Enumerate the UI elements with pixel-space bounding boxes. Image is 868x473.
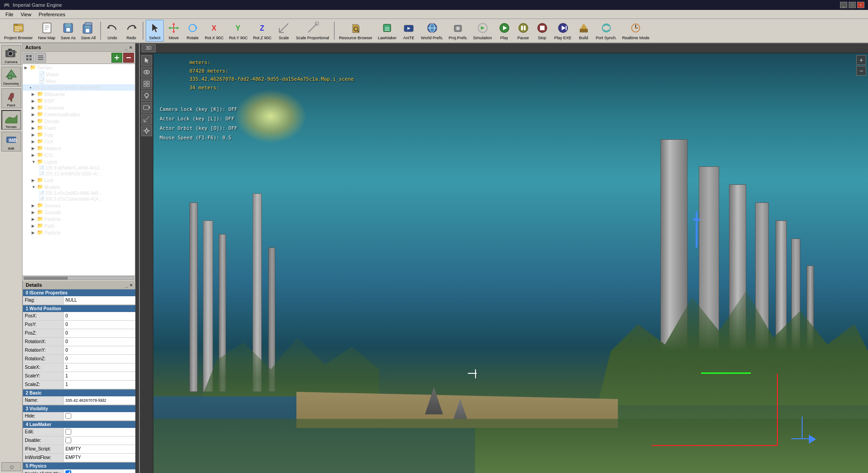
value-posx[interactable]: 0 xyxy=(64,312,135,320)
vp-btn-cursor[interactable] xyxy=(141,55,152,66)
stop-button[interactable]: Stop xyxy=(533,20,551,41)
actors-minimize[interactable]: _ xyxy=(125,45,127,50)
tree-fog[interactable]: ▶ 📁 Fog xyxy=(32,131,135,138)
paint-tool[interactable]: Paint xyxy=(1,88,21,108)
section-visibility-header[interactable]: 3 Visibility xyxy=(23,405,135,412)
value-scaley[interactable]: 1 xyxy=(64,372,135,380)
terrain-tool[interactable]: Terrain xyxy=(1,110,21,130)
tree-water[interactable]: 📄 Water xyxy=(23,71,135,78)
vp-ctrl-zoom-in[interactable]: + xyxy=(856,55,866,65)
tree-bilboards[interactable]: ▶ 📁 Bilboards xyxy=(32,91,135,97)
rotate-button[interactable]: Rotate xyxy=(184,20,202,41)
vp-btn-eye[interactable] xyxy=(141,67,152,78)
rot-y-button[interactable]: Y Rot.Y 90C xyxy=(227,20,250,41)
actors-add-btn[interactable] xyxy=(111,53,122,63)
actors-view-btn2[interactable] xyxy=(35,53,46,63)
rot-z-button[interactable]: Z Rot.Z 90C xyxy=(251,20,274,41)
vp-mode-btn[interactable]: 3D xyxy=(142,44,156,52)
rot-x-button[interactable]: X Rot.X 90C xyxy=(203,20,226,41)
viewport[interactable]: meters: 07428 meters: 335.42.46267078-fd… xyxy=(153,53,868,473)
play-exe-button[interactable]: Play EXE xyxy=(552,20,574,41)
section-lawmaker-header[interactable]: 4 LawMaker xyxy=(23,421,135,428)
tree-lights[interactable]: ▼ 📁 Lights xyxy=(32,158,135,165)
vp-btn-scale[interactable] xyxy=(141,114,152,124)
value-icgphy[interactable] xyxy=(64,469,135,473)
value-name[interactable]: 335.42.46267078-fdd2 xyxy=(64,396,135,404)
tree-particle[interactable]: ▶ 📁 Particle xyxy=(32,216,135,222)
tree-link[interactable]: ▶ 📁 Link xyxy=(32,177,135,184)
anite-button[interactable]: AniTE xyxy=(400,20,418,41)
tree-icg[interactable]: ▶ 📁 ICG xyxy=(32,152,135,158)
tree-sounds[interactable]: ▶ 📁 Sounds xyxy=(32,209,135,216)
vp-btn-light[interactable] xyxy=(141,90,152,101)
disable-checkbox[interactable] xyxy=(65,437,71,443)
value-rotz[interactable]: 0 xyxy=(64,355,135,363)
pause-button[interactable]: Pause xyxy=(514,20,532,41)
value-roty[interactable]: 0 xyxy=(64,346,135,354)
move-button[interactable]: Move xyxy=(165,20,183,41)
redo-button[interactable]: Redo xyxy=(122,20,140,41)
tree-light1[interactable]: 📄 335.9.a65dbef1-a848-4b12-... xyxy=(39,165,135,171)
menu-file[interactable]: File xyxy=(2,11,17,18)
hide-checkbox[interactable] xyxy=(65,413,71,419)
undo-button[interactable]: Undo xyxy=(103,20,121,41)
actors-tree[interactable]: ▶ 📁 Terrain 📄 Water 📄 Misc ▪ 3 xyxy=(23,64,135,276)
proj-prefs-button[interactable]: Proj.Prefs. xyxy=(446,20,470,41)
vp-ctrl-zoom-out[interactable]: − xyxy=(856,66,866,76)
close-button[interactable]: × xyxy=(857,2,864,8)
tree-particle2[interactable]: ▶ 📁 Particle xyxy=(32,229,135,236)
icgphy-checkbox[interactable] xyxy=(65,470,71,473)
camera-tool[interactable]: Camera xyxy=(1,45,21,65)
vp-btn-grid[interactable] xyxy=(141,78,152,89)
vp-btn-camera[interactable] xyxy=(141,102,152,113)
section-world-pos-header[interactable]: 1 World Position xyxy=(23,305,135,312)
geometry-tool[interactable]: Geometry xyxy=(1,67,21,87)
value-posy[interactable]: 0 xyxy=(64,321,135,329)
tree-decals[interactable]: ▶ 📁 Decals xyxy=(32,118,135,124)
section-scene-props-header[interactable]: 0 IScene Properties xyxy=(23,289,135,296)
value-hide[interactable] xyxy=(64,412,135,420)
maximize-button[interactable]: □ xyxy=(849,2,856,8)
value-scalex[interactable]: 1 xyxy=(64,363,135,372)
value-rotx[interactable]: 0 xyxy=(64,338,135,346)
menu-view[interactable]: View xyxy=(17,11,35,18)
menu-preferences[interactable]: Preferences xyxy=(35,11,69,18)
save-as-button[interactable]: Save As xyxy=(59,20,78,41)
world-prefs-button[interactable]: World Prefs. xyxy=(419,20,445,41)
extra-tool[interactable]: ⊙ xyxy=(1,462,21,471)
actors-view-btn1[interactable] xyxy=(23,53,34,63)
value-disable[interactable] xyxy=(64,436,135,445)
vp-btn-settings[interactable] xyxy=(141,125,152,136)
details-close[interactable]: × xyxy=(130,282,133,288)
scale-button[interactable]: Scale xyxy=(275,20,293,41)
tree-path[interactable]: ▶ 📁 Path xyxy=(32,222,135,229)
save-all-button[interactable]: Save All xyxy=(79,20,98,41)
scale-prop-button[interactable]: Scale Proportional xyxy=(294,20,332,41)
tree-celestial[interactable]: ▶ 📁 CelestioaBodies xyxy=(32,111,135,118)
realtime-mode-button[interactable]: Realtime Mode xyxy=(620,20,652,41)
tree-bsp[interactable]: ▶ 📁 BSP xyxy=(32,97,135,104)
value-iflow[interactable]: EMPTY xyxy=(64,445,135,453)
tree-model1[interactable]: 📄 335.3.e5e2ad60-4d96-4d9... xyxy=(39,190,135,196)
tree-terrain[interactable]: ▶ 📁 Terrain xyxy=(23,64,135,71)
build-button[interactable]: Build xyxy=(575,20,593,41)
actors-close[interactable]: × xyxy=(129,45,132,50)
tree-flash[interactable]: ▶ 📁 Flash xyxy=(32,124,135,131)
value-flag[interactable]: NULL xyxy=(64,296,135,304)
tree-helpers[interactable]: ▶ 📁 Helpers xyxy=(32,145,135,152)
resource-browser-button[interactable]: Resource Browser xyxy=(337,20,375,41)
value-posz[interactable]: 0 xyxy=(64,329,135,337)
edit-checkbox[interactable] xyxy=(65,429,71,435)
value-scalez[interactable]: 1 xyxy=(64,381,135,389)
tree-models[interactable]: ▼ 📁 Models xyxy=(32,184,135,190)
tree-gui[interactable]: ▶ 📁 GUI xyxy=(32,138,135,145)
value-edit[interactable] xyxy=(64,428,135,436)
section-physics-header[interactable]: 5 Physics xyxy=(23,463,135,469)
tree-model2[interactable]: 📄 335.5.d7a71dee-bda6-414... xyxy=(39,196,135,202)
value-inworldflow[interactable]: EMPTY xyxy=(64,454,135,462)
simulation-button[interactable]: Simulation xyxy=(471,20,494,41)
new-map-button[interactable]: New Map xyxy=(36,20,58,41)
port-sync-button[interactable]: Port Synch. xyxy=(594,20,619,41)
details-minimize[interactable]: _ xyxy=(125,282,128,288)
imb-tool[interactable]: IMB IMB xyxy=(1,132,21,152)
